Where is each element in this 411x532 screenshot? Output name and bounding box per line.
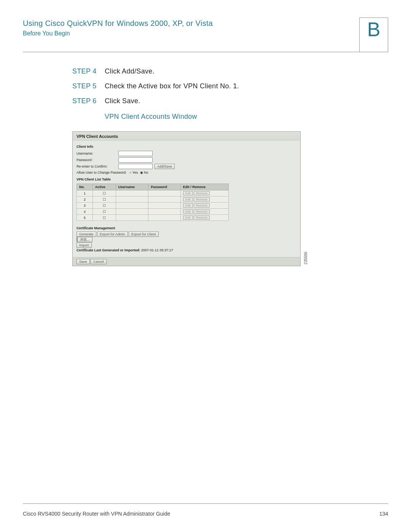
cell-actions: Edit Remove xyxy=(180,197,228,203)
cell-no: 5 xyxy=(77,215,93,221)
cell-actions: Edit Remove xyxy=(180,209,228,215)
edit-button[interactable]: Edit xyxy=(183,197,193,201)
remove-button[interactable]: Remove xyxy=(194,197,210,201)
table-row: 5☐Edit Remove xyxy=(77,215,229,221)
col-editremove: Edit / Remove xyxy=(180,184,228,190)
step-text-4: Click Add/Save. xyxy=(105,67,155,75)
step-label-6: STEP 6 xyxy=(72,97,103,105)
cell-no: 3 xyxy=(77,203,93,209)
cell-active[interactable]: ☐ xyxy=(92,203,116,209)
cell-active[interactable]: ☐ xyxy=(92,215,116,221)
radio-yes[interactable]: Yes xyxy=(132,171,138,174)
cell-no: 4 xyxy=(77,209,93,215)
cell-password xyxy=(148,203,180,209)
password-label: Password : xyxy=(76,158,118,162)
reenter-input[interactable] xyxy=(118,164,153,169)
cell-username xyxy=(116,190,148,197)
cell-actions: Edit Remove xyxy=(180,203,228,209)
figure-id: 235596 xyxy=(304,252,308,264)
edit-button[interactable]: Edit xyxy=(183,209,193,214)
cell-username xyxy=(116,215,148,221)
username-label: Username: xyxy=(76,152,118,155)
step-label-4: STEP 4 xyxy=(72,67,103,75)
edit-button[interactable]: Edit xyxy=(183,191,193,195)
cell-active[interactable]: ☐ xyxy=(92,209,116,215)
appendix-box: B xyxy=(359,18,388,52)
radio-no[interactable]: No xyxy=(144,171,148,174)
client-list-table: No. Active Username Password Edit / Remo… xyxy=(76,184,229,221)
remove-button[interactable]: Remove xyxy=(194,203,210,208)
import-button[interactable]: Import xyxy=(76,243,92,248)
password-input[interactable] xyxy=(118,157,153,163)
step-text-6: Click Save. xyxy=(105,97,140,105)
cell-username xyxy=(116,197,148,203)
cell-actions: Edit Remove xyxy=(180,190,228,197)
generate-button[interactable]: Generate xyxy=(76,232,96,237)
remove-button[interactable]: Remove xyxy=(194,191,210,195)
remove-button[interactable]: Remove xyxy=(194,216,210,220)
export-client-button[interactable]: Export for Client xyxy=(129,232,159,237)
allow-change-label: Allow User to Change Password: xyxy=(76,171,127,174)
remove-button[interactable]: Remove xyxy=(194,209,210,214)
cell-active[interactable]: ☐ xyxy=(92,190,116,197)
col-username: Username xyxy=(116,184,148,190)
cancel-button[interactable]: Cancel xyxy=(91,259,107,264)
figure-caption: VPN Client Accounts Window xyxy=(105,113,388,121)
browse-button[interactable]: 浏览... xyxy=(77,237,92,242)
table-row: 3☐Edit Remove xyxy=(77,203,229,209)
table-row: 1☐Edit Remove xyxy=(77,190,229,197)
page-subtitle: Before You Begin xyxy=(23,30,359,37)
cell-username xyxy=(116,209,148,215)
reenter-label: Re-enter to Confirm: xyxy=(76,165,118,168)
page-number: 134 xyxy=(379,511,388,517)
edit-button[interactable]: Edit xyxy=(183,203,193,208)
step-text-5: Check the Active box for VPN Client No. … xyxy=(105,82,239,90)
window-title: VPN Client Accounts xyxy=(73,132,300,141)
cell-password xyxy=(148,209,180,215)
col-password: Password xyxy=(148,184,180,190)
vpn-accounts-window: VPN Client Accounts Client Info Username… xyxy=(72,131,301,266)
footer-text: Cisco RVS4000 Security Router with VPN A… xyxy=(23,511,170,517)
export-admin-button[interactable]: Export for Admin xyxy=(97,232,128,237)
client-list-label: VPN Client List Table xyxy=(76,177,296,181)
client-info-label: Client Info xyxy=(76,145,296,149)
table-row: 4☐Edit Remove xyxy=(77,209,229,215)
edit-button[interactable]: Edit xyxy=(183,216,193,220)
cell-no: 2 xyxy=(77,197,93,203)
cell-username xyxy=(116,203,148,209)
cert-last-label: Certificate Last Generated or Imported: xyxy=(76,248,140,252)
col-no: No. xyxy=(77,184,93,190)
add-save-button[interactable]: Add/Save xyxy=(155,164,175,169)
cell-password xyxy=(148,215,180,221)
step-label-5: STEP 5 xyxy=(72,82,103,90)
appendix-letter: B xyxy=(360,18,388,41)
cell-password xyxy=(148,190,180,197)
cert-mgmt-label: Certificate Management xyxy=(76,226,296,230)
cell-actions: Edit Remove xyxy=(180,215,228,221)
cell-no: 1 xyxy=(77,190,93,197)
cell-password xyxy=(148,197,180,203)
username-input[interactable] xyxy=(118,151,153,156)
page-title: Using Cisco QuickVPN for Windows 2000, X… xyxy=(23,19,359,28)
cert-last-value: 2007-01-11 05:37:17 xyxy=(141,248,173,252)
col-active: Active xyxy=(92,184,116,190)
table-row: 2☐Edit Remove xyxy=(77,197,229,203)
cell-active[interactable]: ☐ xyxy=(92,197,116,203)
save-button[interactable]: Save xyxy=(76,259,90,264)
